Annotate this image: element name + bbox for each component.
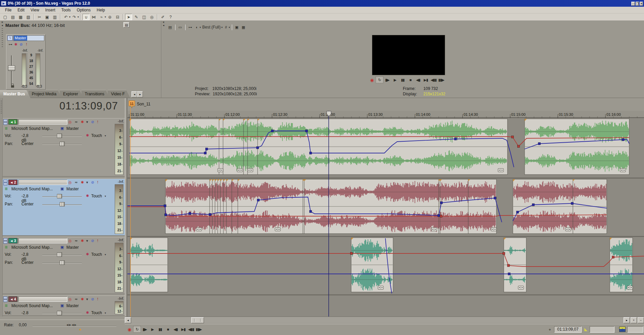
master-fader-handle[interactable] (8, 65, 15, 71)
input-device-label[interactable]: Microsoft Sound Map... (11, 187, 59, 191)
track-header-4[interactable]: ◄ 4◎≂✱▾⊘!-Inf.≣Microsoft Sound Map...▣Ma… (3, 295, 125, 316)
undo-icon[interactable]: ↶ (62, 14, 69, 20)
loop-playback-button[interactable]: ↻ (133, 326, 141, 333)
track-fx-icon[interactable]: ≂ (75, 239, 78, 243)
menu-item-file[interactable]: File (2, 7, 14, 13)
close-icon[interactable]: ✕ (0, 21, 4, 24)
dropdown-arrow-icon[interactable]: ▾ (86, 297, 88, 301)
mute-icon[interactable]: ⊘ (91, 297, 94, 301)
minimize-icon[interactable] (3, 296, 7, 299)
bus-assign-icon[interactable]: ▣ (60, 187, 64, 191)
go-to-start-button[interactable]: ◀▮ (414, 77, 422, 83)
undock-icon[interactable]: ◂ (0, 24, 4, 27)
track-fx-icon[interactable]: ≂ (75, 180, 78, 185)
envelope-node[interactable] (310, 152, 312, 154)
envelope-node[interactable] (271, 130, 274, 132)
automation-mode-label[interactable]: Touch (91, 194, 102, 198)
dropdown-arrow-icon[interactable]: ▾ (86, 239, 88, 243)
tab-project-media[interactable]: Project Media (29, 90, 62, 98)
pan-slider-handle[interactable] (60, 260, 65, 265)
envelope-node[interactable] (532, 204, 535, 206)
track-name-field[interactable] (18, 296, 67, 302)
input-routing-icon[interactable]: ≣ (5, 303, 8, 308)
track-fx-icon[interactable]: ≂ (75, 120, 78, 124)
envelope-node[interactable] (503, 252, 505, 255)
selection-start-box[interactable] (590, 326, 614, 333)
pan-value[interactable]: Center (21, 202, 34, 206)
stop-button[interactable]: ■ (164, 326, 172, 333)
zoom-out-icon[interactable]: − (638, 317, 644, 323)
arm-record-icon[interactable]: ◎ (68, 180, 72, 185)
insert-fx-icon[interactable]: ⊶ (8, 42, 13, 47)
master-name-field[interactable]: Master (14, 36, 44, 41)
mute-icon[interactable]: ⊘ (91, 239, 94, 243)
ignore-event-grouping-icon[interactable]: ⊟ (114, 14, 121, 20)
split-screen-view-icon[interactable]: ◐ (194, 24, 200, 31)
envelope-node[interactable] (189, 212, 191, 215)
go-to-end-button[interactable]: ▶▮ (422, 77, 430, 83)
external-monitor-icon[interactable]: ▭ (177, 24, 183, 31)
envelope-node[interactable] (257, 147, 259, 149)
undock-icon[interactable]: ◂ (161, 24, 166, 27)
solo-icon[interactable]: ! (97, 120, 98, 124)
input-routing-icon[interactable]: ≣ (5, 187, 8, 191)
play-button[interactable]: ▶ (149, 326, 156, 333)
envelope-node[interactable] (571, 202, 574, 205)
envelope-node[interactable] (438, 214, 440, 217)
previous-frame-button[interactable]: ◀▮▮ (187, 326, 195, 333)
dropdown-arrow-icon[interactable]: ▾ (77, 15, 79, 18)
maximize-button[interactable]: ❐ (636, 2, 639, 6)
copy-icon[interactable]: ▣ (44, 14, 51, 20)
preview-quality-select[interactable]: Best (Full) (201, 24, 222, 31)
envelope-node[interactable] (310, 210, 312, 213)
envelope-node[interactable] (440, 202, 443, 204)
enable-snapping-icon[interactable]: ∪ (83, 14, 90, 20)
menu-item-edit[interactable]: Edit (14, 7, 28, 13)
lock-icon[interactable] (11, 85, 14, 88)
paste-icon[interactable]: ▥ (51, 14, 58, 20)
project-properties-icon[interactable]: ▧ (25, 14, 32, 20)
track-list-splitter[interactable] (125, 98, 127, 317)
go-to-start-button[interactable]: ◀▮ (172, 326, 179, 333)
envelope-node[interactable] (165, 214, 167, 216)
record-button[interactable]: ◉ (125, 326, 133, 333)
volume-slider-handle[interactable] (57, 311, 62, 315)
auto-crossfades-icon[interactable]: ⋈ (90, 14, 97, 20)
timeline-dock-strip[interactable] (0, 98, 3, 317)
track-minimize-buttons[interactable] (3, 180, 7, 186)
dropdown-arrow-icon[interactable]: ▾ (86, 180, 88, 185)
timeline-horizontal-scrollbar[interactable]: ◂ ▸ + − (125, 317, 644, 323)
envelope-node[interactable] (512, 136, 514, 138)
track-minimize-buttons[interactable] (3, 296, 7, 302)
envelope-edit-tool-icon[interactable]: ✎ (133, 14, 140, 20)
solo-icon[interactable]: ! (97, 239, 98, 243)
track-name-field[interactable] (18, 119, 67, 125)
input-device-label[interactable]: Microsoft Sound Map... (11, 126, 59, 131)
tab-master-bus[interactable]: Master Bus (0, 90, 31, 98)
envelope-node[interactable] (209, 213, 211, 216)
interactive-tutorials-icon[interactable]: ✐ (159, 14, 166, 20)
automation-settings-icon[interactable]: ✱ (13, 42, 18, 47)
volume-slider[interactable] (42, 196, 82, 197)
record-button[interactable]: ◉ (368, 77, 376, 83)
input-routing-icon[interactable]: ≣ (5, 126, 8, 131)
pin-icon[interactable]: ⌖ (549, 327, 551, 332)
envelope-node[interactable] (622, 139, 625, 141)
dropdown-arrow-icon[interactable]: ▾ (105, 253, 106, 256)
maximize-icon[interactable] (3, 122, 7, 125)
close-icon[interactable]: ✕ (161, 21, 166, 24)
play-button[interactable]: ▶ (391, 77, 399, 83)
pan-slider-handle[interactable] (60, 142, 65, 146)
volume-slider-handle[interactable] (57, 194, 62, 198)
pan-value[interactable]: Center (21, 260, 34, 265)
scroll-left-icon[interactable]: ◂ (125, 317, 131, 323)
scroll-right-icon[interactable]: ▸ (624, 317, 630, 323)
minimize-icon[interactable] (3, 180, 7, 182)
fx-bypass-icon[interactable]: ✱ (81, 120, 84, 124)
close-button[interactable]: ✕ (640, 2, 643, 6)
envelope-node[interactable] (508, 273, 511, 275)
tab-video-f[interactable]: Video F (108, 90, 130, 98)
bus-assign-icon[interactable]: ▣ (60, 245, 64, 249)
dropdown-arrow-icon[interactable]: ▾ (105, 15, 106, 18)
timeline-timecode-display[interactable]: 01:13:09,07 (0, 100, 121, 112)
